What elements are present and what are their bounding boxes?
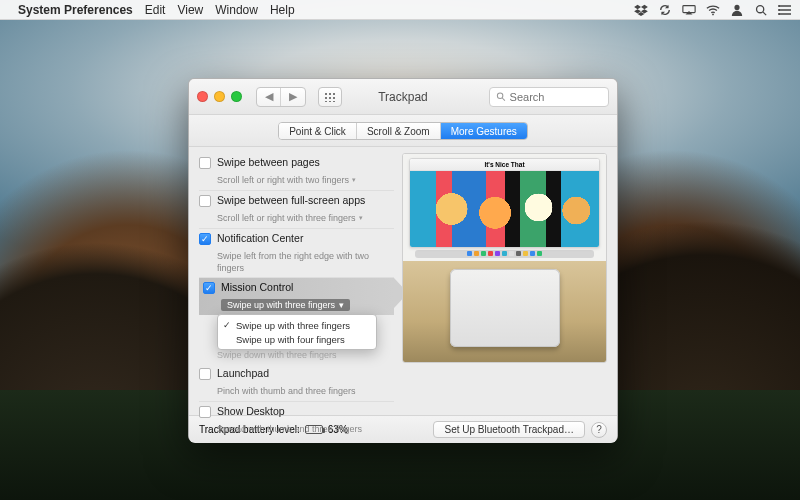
battery-icon: [305, 425, 323, 434]
mission-control-menu: Swipe up with three fingers Swipe up wit…: [217, 314, 377, 350]
desktop-background: System Preferences Edit View Window Help: [0, 0, 800, 500]
option-launchpad: Launchpad Pinch with thumb and three fin…: [199, 364, 394, 402]
option-sub[interactable]: Scroll left or right with two fingers▾: [217, 174, 356, 186]
preview-window: It's Nice That: [409, 158, 600, 248]
setup-bluetooth-trackpad-button[interactable]: Set Up Bluetooth Trackpad…: [433, 421, 585, 438]
tab-scroll-zoom[interactable]: Scroll & Zoom: [357, 123, 441, 139]
nav-segment: ◀ ▶: [256, 87, 306, 107]
checkbox-swipe-between-apps[interactable]: [199, 195, 211, 207]
svg-point-3: [757, 5, 764, 12]
menu-help[interactable]: Help: [270, 3, 295, 17]
wifi-icon[interactable]: [706, 4, 720, 16]
option-title: Notification Center: [217, 232, 394, 245]
user-icon[interactable]: [730, 4, 744, 16]
checkbox-swipe-between-pages[interactable]: [199, 157, 211, 169]
chevron-down-icon: ▾: [352, 174, 356, 186]
airplay-icon[interactable]: [682, 4, 696, 16]
option-title: Mission Control: [221, 281, 390, 294]
option-swipe-between-pages: Swipe between pages Scroll left or right…: [199, 153, 394, 191]
search-field[interactable]: [489, 87, 609, 107]
obscured-option-hint: Swipe down with three fingers: [217, 350, 394, 360]
option-sub: Swipe left from the right edge with two …: [217, 250, 394, 274]
svg-point-7: [497, 93, 502, 98]
checkbox-launchpad[interactable]: [199, 368, 211, 380]
menubar-app-title[interactable]: System Preferences: [18, 3, 133, 17]
option-sub: Spread with thumb and three fingers: [217, 423, 362, 435]
tab-more-gestures[interactable]: More Gestures: [441, 123, 527, 139]
spotlight-icon[interactable]: [754, 4, 768, 16]
chevron-down-icon: ▾: [339, 300, 344, 310]
menubar: System Preferences Edit View Window Help: [0, 0, 800, 20]
prefs-window: ◀ ▶ Trackpad Point & Click Scroll & Zoom…: [188, 78, 618, 442]
checkbox-notification-center[interactable]: ✓: [199, 233, 211, 245]
svg-point-1: [712, 13, 714, 15]
show-all-button[interactable]: [318, 87, 342, 107]
option-swipe-between-apps: Swipe between full-screen apps Scroll le…: [199, 191, 394, 229]
titlebar[interactable]: ◀ ▶ Trackpad: [189, 79, 617, 115]
option-sub[interactable]: Scroll left or right with three fingers▾: [217, 212, 363, 224]
menu-item-four-fingers[interactable]: Swipe up with four fingers: [218, 332, 376, 346]
gesture-options: Swipe between pages Scroll left or right…: [199, 153, 394, 409]
gesture-preview: It's Nice That: [402, 153, 607, 409]
svg-point-6: [778, 13, 780, 15]
search-input[interactable]: [510, 91, 602, 103]
svg-point-5: [778, 9, 780, 11]
menu-window[interactable]: Window: [215, 3, 258, 17]
minimize-button[interactable]: [214, 91, 225, 102]
option-title: Swipe between full-screen apps: [217, 194, 394, 207]
checkbox-mission-control[interactable]: ✓: [203, 282, 215, 294]
sync-icon[interactable]: [658, 4, 672, 16]
preview-window-title: It's Nice That: [410, 159, 599, 171]
option-title: Swipe between pages: [217, 156, 394, 169]
zoom-button[interactable]: [231, 91, 242, 102]
notification-center-icon[interactable]: [778, 4, 792, 16]
help-button[interactable]: ?: [591, 422, 607, 438]
tab-point-click[interactable]: Point & Click: [279, 123, 357, 139]
menu-edit[interactable]: Edit: [145, 3, 166, 17]
preview-trackpad: [450, 269, 560, 347]
mission-control-dropdown[interactable]: Swipe up with three fingers▾: [221, 299, 350, 311]
chevron-down-icon: ▾: [359, 212, 363, 224]
tabs: Point & Click Scroll & Zoom More Gesture…: [278, 122, 528, 140]
menu-item-three-fingers[interactable]: Swipe up with three fingers: [218, 318, 376, 332]
back-button[interactable]: ◀: [257, 88, 281, 106]
svg-point-2: [734, 4, 739, 9]
checkbox-show-desktop[interactable]: [199, 406, 211, 418]
option-title: Show Desktop: [217, 405, 394, 418]
menu-view[interactable]: View: [177, 3, 203, 17]
search-icon: [496, 91, 506, 102]
option-title: Launchpad: [217, 367, 394, 380]
dropbox-icon[interactable]: [634, 4, 648, 16]
forward-button[interactable]: ▶: [281, 88, 305, 106]
preview-dock: [415, 250, 594, 258]
close-button[interactable]: [197, 91, 208, 102]
option-sub: Pinch with thumb and three fingers: [217, 385, 356, 397]
option-mission-control: ✓ Mission Control Swipe up with three fi…: [199, 278, 394, 315]
preview-artwork: [410, 171, 599, 247]
option-notification-center: ✓ Notification Center Swipe left from th…: [199, 229, 394, 278]
option-show-desktop: Show Desktop Spread with thumb and three…: [199, 402, 394, 439]
svg-point-4: [778, 5, 780, 7]
